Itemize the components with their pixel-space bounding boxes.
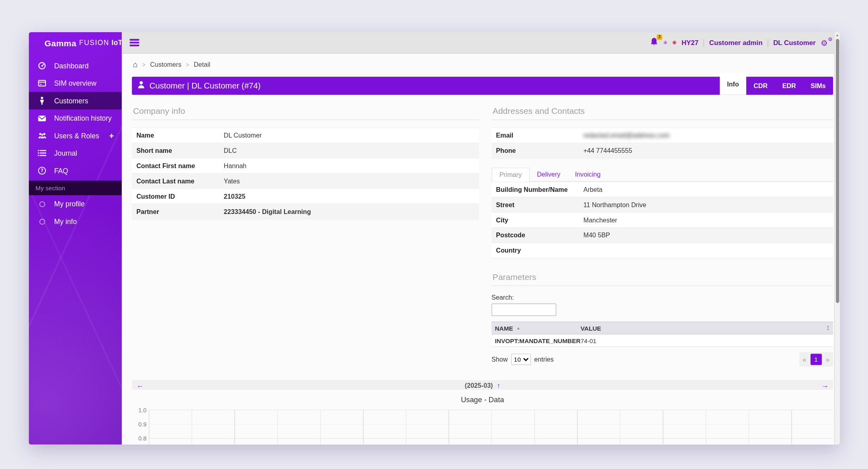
users-group-icon: [37, 131, 47, 140]
column-label: VALUE: [581, 325, 601, 331]
month-nav-center: (2025-03) ↑: [144, 382, 821, 389]
brand-logo: Gamma FUSION IoT: [29, 32, 122, 53]
expand-plus-icon[interactable]: +: [109, 131, 114, 140]
next-page-icon[interactable]: »: [825, 356, 829, 363]
partner-link[interactable]: 223334450 - Digital Learning: [224, 208, 311, 215]
section-heading: Company info: [132, 103, 479, 120]
y-tick: 0.8: [138, 435, 146, 442]
field-label: Building Number/Name: [491, 186, 583, 193]
table-row: Customer ID 210325: [132, 188, 479, 204]
chart-body: 1.0 0.9 0.8 0.7 0.6: [132, 409, 833, 444]
sort-both-icon: ▲ ▼: [826, 325, 829, 331]
sidebar-item-journal[interactable]: Journal: [29, 144, 122, 162]
tab-edr[interactable]: EDR: [775, 77, 803, 95]
envelope-icon: [37, 113, 47, 123]
svg-text:?: ?: [41, 168, 43, 173]
tab-info[interactable]: Info: [720, 73, 746, 95]
sidebar-item-users-roles[interactable]: Users & Roles +: [29, 127, 122, 144]
sidebar-item-my-info[interactable]: My info: [29, 213, 122, 230]
prev-month-arrow-icon[interactable]: ←: [136, 381, 143, 389]
column-header-value[interactable]: VALUE ▲ ▼: [581, 325, 833, 331]
company-info-table: Name DL Customer Short name DLC Contact …: [132, 128, 479, 220]
tab-cdr[interactable]: CDR: [746, 77, 775, 95]
table-row: Partner 223334450 - Digital Learning: [132, 204, 479, 219]
org-code-menu[interactable]: HY27: [682, 39, 698, 47]
contacts-table: Email redacted.email@address.com Phone +…: [491, 128, 833, 158]
page-title: Customer | DL Customer (#74): [149, 81, 261, 90]
sidebar-item-sim-overview[interactable]: SIM overview: [29, 74, 122, 92]
header-tabs: Info CDR EDR SIMs: [720, 73, 833, 95]
scrollbar-thumb[interactable]: [835, 39, 839, 303]
sidebar-item-label: Journal: [54, 149, 78, 157]
field-value: Yates: [224, 178, 240, 185]
sidebar-item-my-profile[interactable]: My profile: [29, 195, 122, 212]
gear-icon: ⚙: [828, 36, 832, 42]
customer-menu[interactable]: DL Customer: [773, 39, 815, 47]
phone-link[interactable]: +44 7744455555: [583, 147, 633, 154]
parameter-value: 74-01: [581, 337, 596, 344]
sidebar-item-dashboard[interactable]: Dashboard: [29, 57, 122, 74]
next-month-arrow-icon[interactable]: →: [821, 381, 829, 389]
role-menu[interactable]: Customer admin: [709, 39, 763, 47]
vertical-scrollbar[interactable]: ▲: [834, 32, 840, 444]
parameters-section: Parameters Search: NAME ▲: [491, 269, 833, 367]
home-icon[interactable]: ⌂: [133, 61, 138, 67]
customer-person-icon: [37, 96, 47, 105]
sidebar-item-faq[interactable]: ? FAQ: [29, 162, 122, 179]
field-label: Short name: [132, 147, 224, 154]
field-label: City: [491, 217, 583, 224]
settings-cogs-icon[interactable]: ⚙ ⚙: [821, 37, 832, 47]
breadcrumb-customers[interactable]: Customers: [150, 61, 182, 68]
table-row: Building Number/Name Arbeta: [491, 182, 833, 197]
tab-delivery[interactable]: Delivery: [530, 168, 568, 181]
radio-circle-icon: [37, 199, 47, 209]
table-row: Email redacted.email@address.com: [491, 128, 833, 143]
scroll-up-arrow-icon[interactable]: ↑: [497, 382, 500, 389]
y-axis-labels: 1.0 0.9 0.8 0.7 0.6: [132, 409, 149, 444]
journal-list-icon: [37, 148, 47, 158]
field-label: Phone: [491, 147, 583, 154]
sidebar-item-label: SIM overview: [54, 79, 96, 87]
field-label: Country: [491, 247, 583, 254]
main-area: 3 HY27 Customer admin DL Customer ⚙ ⚙: [122, 32, 840, 444]
hamburger-menu-icon[interactable]: [130, 37, 139, 47]
company-info-section: Company info Name DL Customer Short name…: [132, 103, 479, 219]
search-input[interactable]: [491, 304, 556, 316]
field-value: M40 5BP: [583, 232, 610, 239]
tab-invoicing[interactable]: Invoicing: [568, 168, 608, 181]
sidebar-item-label: My profile: [54, 200, 85, 208]
show-label: Show: [491, 356, 508, 363]
two-column-layout: Company info Name DL Customer Short name…: [132, 103, 833, 366]
field-label: Street: [491, 202, 583, 208]
prev-page-icon[interactable]: «: [802, 356, 807, 363]
brand-fusion: FUSION: [79, 39, 109, 47]
page-size-select[interactable]: 10: [511, 354, 531, 365]
desktop: Gamma FUSION IoT Dashboard SIM overview: [0, 0, 868, 469]
search-label: Search:: [491, 294, 833, 301]
parameters-table: NAME ▲ VALUE ▲ ▼: [491, 321, 833, 347]
field-value: Manchester: [583, 217, 617, 224]
column-header-name[interactable]: NAME ▲: [491, 325, 581, 331]
tab-sims[interactable]: SIMs: [803, 77, 833, 95]
sidebar-item-customers[interactable]: Customers: [29, 92, 122, 109]
chart-title: Usage - Data: [132, 395, 833, 404]
person-icon: [137, 81, 145, 91]
page-content: ⌂ > Customers > Detail Customer | DL Cus…: [122, 53, 840, 444]
tab-primary[interactable]: Primary: [491, 168, 530, 182]
scrollbar-up-icon[interactable]: ▲: [835, 33, 839, 37]
field-value: Hannah: [224, 163, 247, 169]
dashboard-icon: [37, 61, 47, 70]
email-value-redacted[interactable]: redacted.email@address.com: [583, 132, 670, 139]
field-label: Postcode: [491, 232, 583, 239]
brand-gamma: Gamma: [45, 38, 76, 48]
field-label: Name: [132, 132, 224, 139]
customer-id-link[interactable]: 210325: [224, 193, 246, 200]
notifications-bell-icon[interactable]: 3: [650, 37, 658, 48]
sidebar-section-label: My section: [29, 181, 122, 195]
y-tick: 1.0: [138, 407, 146, 413]
sidebar-item-notification-history[interactable]: Notification history: [29, 109, 122, 127]
field-label: Contact Last name: [132, 178, 224, 185]
sort-asc-icon: ▲: [516, 326, 520, 330]
table-row: Name DL Customer: [132, 128, 479, 143]
current-page-button[interactable]: 1: [811, 354, 822, 365]
